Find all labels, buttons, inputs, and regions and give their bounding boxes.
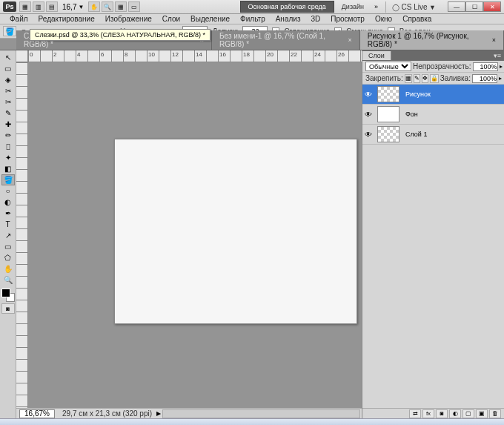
layer-item[interactable]: 👁 Слой 1 xyxy=(362,125,504,145)
minimize-button[interactable]: — xyxy=(448,1,465,12)
layer-name[interactable]: Фон xyxy=(402,111,504,118)
menu-image[interactable]: Изображение xyxy=(100,15,157,23)
pen-tool[interactable]: ✒ xyxy=(1,208,15,219)
cslive-button[interactable]: ◯ CS Live ▼ xyxy=(385,1,442,13)
workspace-switcher: Основная рабочая среда Дизайн » ◯ CS Liv… xyxy=(240,1,501,13)
workspace-more-icon[interactable]: » xyxy=(371,3,381,10)
zoom-tool-icon[interactable]: 🔍 xyxy=(102,1,113,12)
zoom-dropdown-icon[interactable]: ▼ xyxy=(78,4,84,10)
ruler-vertical[interactable] xyxy=(16,62,28,408)
doc-tab-3[interactable]: Рисунок 1 @ 16,7% (Рисунок, RGB/8) *× xyxy=(360,30,504,50)
fill-dropdown-icon[interactable]: ▸ xyxy=(499,75,502,82)
layers-tab[interactable]: Слои xyxy=(362,51,391,60)
stamp-tool[interactable]: ⌷ xyxy=(1,141,15,152)
move-tool[interactable]: ↖ xyxy=(1,52,15,63)
link-layers-icon[interactable]: ⇄ xyxy=(409,409,421,418)
eraser-tool[interactable]: ◧ xyxy=(1,163,15,174)
dodge-tool[interactable]: ◐ xyxy=(1,197,15,208)
os-taskbar[interactable] xyxy=(0,418,504,425)
adjustment-layer-icon[interactable]: ◐ xyxy=(449,409,461,418)
visibility-toggle-icon[interactable]: 👁 xyxy=(362,111,374,119)
layer-name[interactable]: Слой 1 xyxy=(402,131,504,138)
layer-thumbnail[interactable] xyxy=(377,86,399,102)
type-tool[interactable]: T xyxy=(1,219,15,230)
lock-position-icon[interactable]: ✥ xyxy=(422,74,428,83)
titlebar-zoom[interactable]: 16,7 xyxy=(62,3,76,11)
brush-tool[interactable]: ✏ xyxy=(1,130,15,141)
extras-icon[interactable]: ▤ xyxy=(46,1,58,12)
lasso-tool[interactable]: ◈ xyxy=(1,74,15,85)
lock-transparency-icon[interactable]: ▦ xyxy=(405,74,412,83)
layer-thumbnail[interactable] xyxy=(377,106,399,122)
panel-menu-icon[interactable]: ▾≡ xyxy=(491,52,504,59)
healing-tool[interactable]: ✚ xyxy=(1,119,15,130)
menu-help[interactable]: Справка xyxy=(397,15,437,23)
quick-select-tool[interactable]: ✂ xyxy=(1,85,15,96)
zoom-level-input[interactable] xyxy=(19,409,55,418)
workspace-design-button[interactable]: Дизайн xyxy=(336,1,370,12)
bridge-icon[interactable]: ▦ xyxy=(19,1,31,12)
menu-edit[interactable]: Редактирование xyxy=(33,15,100,23)
blend-mode-row: Обычные Непрозрачность: ▸ xyxy=(362,61,504,73)
blur-tool[interactable]: ○ xyxy=(1,185,15,197)
layer-opacity-input[interactable] xyxy=(473,62,498,71)
new-layer-icon[interactable]: ▣ xyxy=(476,409,488,418)
fill-input[interactable] xyxy=(472,74,497,83)
3d-tool[interactable]: ⬠ xyxy=(1,252,15,263)
layers-panel-tabbar: Слои ▾≡ xyxy=(362,50,504,61)
arrange-icon[interactable]: ▦ xyxy=(115,1,127,12)
minibridge-icon[interactable]: ▥ xyxy=(33,1,44,12)
blend-mode-select[interactable]: Обычные xyxy=(365,62,411,71)
menu-filter[interactable]: Фильтр xyxy=(235,15,271,23)
canvas-region[interactable] xyxy=(28,62,362,408)
status-dropdown-icon[interactable]: ▶ xyxy=(156,410,161,417)
layer-item[interactable]: 👁 Фон xyxy=(362,105,504,125)
menu-analysis[interactable]: Анализ xyxy=(271,15,306,23)
menu-view[interactable]: Просмотр xyxy=(325,15,370,23)
delete-layer-icon[interactable]: 🗑 xyxy=(489,409,501,418)
layer-name[interactable]: Рисунок xyxy=(402,90,504,98)
layer-item[interactable]: 👁 Рисунок xyxy=(362,85,504,105)
shape-tool[interactable]: ▭ xyxy=(1,241,15,252)
bucket-tool[interactable]: 🪣 xyxy=(1,174,15,185)
quick-mask-toggle[interactable]: ◙ xyxy=(1,303,15,314)
menu-layers[interactable]: Слои xyxy=(157,15,185,23)
menu-select[interactable]: Выделение xyxy=(185,15,235,23)
hand-tool[interactable]: ✋ xyxy=(1,263,15,274)
maximize-button[interactable]: ☐ xyxy=(465,1,483,12)
hand-tool-icon[interactable]: ✋ xyxy=(88,1,100,12)
close-button[interactable]: ✕ xyxy=(483,1,501,12)
foreground-color[interactable] xyxy=(1,289,10,297)
horizontal-scrollbar[interactable] xyxy=(162,409,360,418)
color-swatches[interactable] xyxy=(1,289,15,302)
ruler-origin[interactable] xyxy=(16,50,28,62)
marquee-tool[interactable]: ▭ xyxy=(1,63,15,74)
document-dimensions: 29,7 см x 21,3 см (320 ppi) xyxy=(58,409,156,418)
ruler-horizontal[interactable]: 0246810121416182022242628 xyxy=(28,50,362,62)
history-brush-tool[interactable]: ✦ xyxy=(1,152,15,163)
menu-window[interactable]: Окно xyxy=(370,15,397,23)
close-icon[interactable]: × xyxy=(492,36,496,44)
eyedropper-tool[interactable]: ✎ xyxy=(1,108,15,119)
crop-tool[interactable]: ✂ xyxy=(1,96,15,108)
workspace-main-button[interactable]: Основная рабочая среда xyxy=(240,1,334,13)
lock-all-icon[interactable]: 🔒 xyxy=(430,74,439,83)
opacity-dropdown-icon[interactable]: ▸ xyxy=(500,63,503,70)
layer-mask-icon[interactable]: ◙ xyxy=(436,409,448,418)
menu-file[interactable]: Файл xyxy=(4,15,33,23)
menu-3d[interactable]: 3D xyxy=(305,15,325,23)
visibility-toggle-icon[interactable]: 👁 xyxy=(362,90,374,99)
zoom-tool[interactable]: 🔍 xyxy=(1,274,15,286)
layer-group-icon[interactable]: ▢ xyxy=(462,409,474,418)
document-canvas[interactable] xyxy=(114,139,357,324)
title-bar: Ps ▦ ▥ ▤ 16,7 ▼ ✋ 🔍 ▦ ▭ Основная рабочая… xyxy=(0,0,504,14)
close-icon[interactable]: × xyxy=(348,36,352,44)
lock-pixels-icon[interactable]: ✎ xyxy=(414,74,420,83)
doc-tab-2[interactable]: Без имени-1 @ 16,7% (Слой 1, RGB/8) *× xyxy=(212,30,360,50)
layer-thumbnail[interactable] xyxy=(377,126,399,142)
layer-style-icon[interactable]: fx xyxy=(422,409,434,418)
visibility-toggle-icon[interactable]: 👁 xyxy=(362,131,374,139)
screen-mode-icon[interactable]: ▭ xyxy=(128,1,140,12)
current-tool-icon[interactable]: 🪣 xyxy=(3,26,16,36)
path-select-tool[interactable]: ↗ xyxy=(1,230,15,241)
